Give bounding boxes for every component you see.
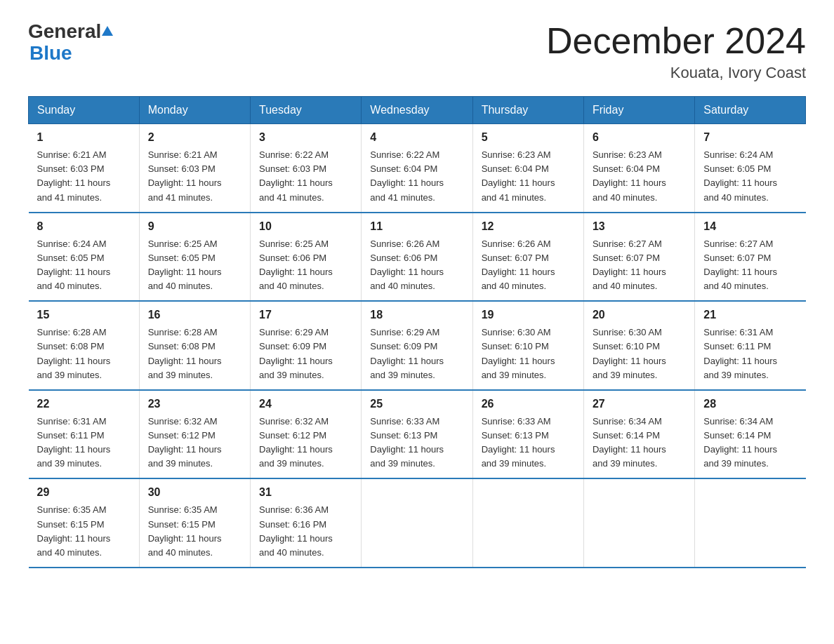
calendar-cell: 28 Sunrise: 6:34 AM Sunset: 6:14 PM Dayl…: [695, 390, 806, 479]
day-number: 26: [482, 398, 575, 410]
calendar-cell: 18 Sunrise: 6:29 AM Sunset: 6:09 PM Dayl…: [362, 301, 472, 390]
day-info: Sunrise: 6:30 AM Sunset: 6:10 PM Dayligh…: [593, 326, 686, 382]
day-number: 17: [259, 309, 352, 321]
day-number: 23: [148, 398, 241, 410]
day-info: Sunrise: 6:27 AM Sunset: 6:07 PM Dayligh…: [593, 237, 686, 294]
calendar-cell: 22 Sunrise: 6:31 AM Sunset: 6:11 PM Dayl…: [29, 390, 140, 479]
calendar-cell: 1 Sunrise: 6:21 AM Sunset: 6:03 PM Dayli…: [29, 124, 140, 213]
day-info: Sunrise: 6:24 AM Sunset: 6:05 PM Dayligh…: [37, 237, 131, 294]
day-number: 22: [37, 398, 131, 410]
day-info: Sunrise: 6:32 AM Sunset: 6:12 PM Dayligh…: [148, 415, 241, 471]
day-info: Sunrise: 6:32 AM Sunset: 6:12 PM Dayligh…: [259, 415, 352, 471]
day-number: 13: [593, 220, 686, 233]
calendar-cell: [472, 478, 583, 568]
day-info: Sunrise: 6:34 AM Sunset: 6:14 PM Dayligh…: [703, 415, 797, 471]
day-number: 24: [259, 398, 352, 410]
title-area: December 2024 Kouata, Ivory Coast: [546, 21, 806, 82]
day-info: Sunrise: 6:29 AM Sunset: 6:09 PM Dayligh…: [370, 326, 463, 382]
calendar-cell: 7 Sunrise: 6:24 AM Sunset: 6:05 PM Dayli…: [695, 124, 806, 213]
day-number: 21: [703, 309, 797, 321]
calendar-cell: 2 Sunrise: 6:21 AM Sunset: 6:03 PM Dayli…: [139, 124, 250, 213]
day-number: 14: [703, 220, 797, 233]
day-number: 15: [37, 309, 131, 321]
day-info: Sunrise: 6:35 AM Sunset: 6:15 PM Dayligh…: [148, 503, 241, 560]
logo-triangle-icon: [102, 26, 113, 36]
col-friday: Friday: [583, 97, 694, 124]
col-sunday: Sunday: [29, 97, 140, 124]
calendar-cell: 20 Sunrise: 6:30 AM Sunset: 6:10 PM Dayl…: [583, 301, 694, 390]
calendar-week-row: 1 Sunrise: 6:21 AM Sunset: 6:03 PM Dayli…: [29, 124, 806, 213]
day-info: Sunrise: 6:26 AM Sunset: 6:07 PM Dayligh…: [482, 237, 575, 294]
calendar-table: Sunday Monday Tuesday Wednesday Thursday…: [28, 96, 806, 568]
calendar-cell: [695, 478, 806, 568]
col-monday: Monday: [139, 97, 250, 124]
calendar-cell: 5 Sunrise: 6:23 AM Sunset: 6:04 PM Dayli…: [472, 124, 583, 213]
day-number: 5: [482, 131, 575, 144]
calendar-cell: 19 Sunrise: 6:30 AM Sunset: 6:10 PM Dayl…: [472, 301, 583, 390]
calendar-cell: 17 Sunrise: 6:29 AM Sunset: 6:09 PM Dayl…: [251, 301, 362, 390]
day-number: 10: [259, 220, 352, 233]
day-number: 2: [148, 131, 241, 144]
day-number: 4: [370, 131, 463, 144]
calendar-cell: 16 Sunrise: 6:28 AM Sunset: 6:08 PM Dayl…: [139, 301, 250, 390]
day-info: Sunrise: 6:31 AM Sunset: 6:11 PM Dayligh…: [37, 415, 131, 471]
calendar-cell: 3 Sunrise: 6:22 AM Sunset: 6:03 PM Dayli…: [251, 124, 362, 213]
day-info: Sunrise: 6:23 AM Sunset: 6:04 PM Dayligh…: [482, 148, 575, 205]
day-number: 25: [370, 398, 463, 410]
day-info: Sunrise: 6:21 AM Sunset: 6:03 PM Dayligh…: [148, 148, 241, 205]
day-info: Sunrise: 6:36 AM Sunset: 6:16 PM Dayligh…: [259, 503, 352, 560]
calendar-cell: 31 Sunrise: 6:36 AM Sunset: 6:16 PM Dayl…: [251, 478, 362, 568]
day-number: 19: [482, 309, 575, 321]
calendar-cell: 23 Sunrise: 6:32 AM Sunset: 6:12 PM Dayl…: [139, 390, 250, 479]
day-info: Sunrise: 6:30 AM Sunset: 6:10 PM Dayligh…: [482, 326, 575, 382]
page-header: General Blue December 2024 Kouata, Ivory…: [28, 21, 806, 82]
page-subtitle: Kouata, Ivory Coast: [546, 64, 806, 82]
day-info: Sunrise: 6:23 AM Sunset: 6:04 PM Dayligh…: [593, 148, 686, 205]
calendar-cell: 12 Sunrise: 6:26 AM Sunset: 6:07 PM Dayl…: [472, 213, 583, 302]
calendar-week-row: 29 Sunrise: 6:35 AM Sunset: 6:15 PM Dayl…: [29, 478, 806, 568]
calendar-cell: 15 Sunrise: 6:28 AM Sunset: 6:08 PM Dayl…: [29, 301, 140, 390]
day-number: 12: [482, 220, 575, 233]
calendar-cell: [362, 478, 472, 568]
day-info: Sunrise: 6:21 AM Sunset: 6:03 PM Dayligh…: [37, 148, 131, 205]
calendar-cell: 13 Sunrise: 6:27 AM Sunset: 6:07 PM Dayl…: [583, 213, 694, 302]
day-info: Sunrise: 6:27 AM Sunset: 6:07 PM Dayligh…: [703, 237, 797, 294]
calendar-cell: 10 Sunrise: 6:25 AM Sunset: 6:06 PM Dayl…: [251, 213, 362, 302]
day-info: Sunrise: 6:22 AM Sunset: 6:03 PM Dayligh…: [259, 148, 352, 205]
col-wednesday: Wednesday: [362, 97, 472, 124]
calendar-header-row: Sunday Monday Tuesday Wednesday Thursday…: [29, 97, 806, 124]
day-number: 27: [593, 398, 686, 410]
day-number: 20: [593, 309, 686, 321]
day-info: Sunrise: 6:24 AM Sunset: 6:05 PM Dayligh…: [703, 148, 797, 205]
col-tuesday: Tuesday: [251, 97, 362, 124]
day-info: Sunrise: 6:28 AM Sunset: 6:08 PM Dayligh…: [148, 326, 241, 382]
calendar-cell: 30 Sunrise: 6:35 AM Sunset: 6:15 PM Dayl…: [139, 478, 250, 568]
calendar-week-row: 22 Sunrise: 6:31 AM Sunset: 6:11 PM Dayl…: [29, 390, 806, 479]
day-number: 29: [37, 486, 131, 499]
calendar-cell: 4 Sunrise: 6:22 AM Sunset: 6:04 PM Dayli…: [362, 124, 472, 213]
day-number: 31: [259, 486, 352, 499]
col-thursday: Thursday: [472, 97, 583, 124]
day-info: Sunrise: 6:26 AM Sunset: 6:06 PM Dayligh…: [370, 237, 463, 294]
calendar-cell: 27 Sunrise: 6:34 AM Sunset: 6:14 PM Dayl…: [583, 390, 694, 479]
calendar-cell: 26 Sunrise: 6:33 AM Sunset: 6:13 PM Dayl…: [472, 390, 583, 479]
day-number: 28: [703, 398, 797, 410]
calendar-cell: 9 Sunrise: 6:25 AM Sunset: 6:05 PM Dayli…: [139, 213, 250, 302]
calendar-week-row: 8 Sunrise: 6:24 AM Sunset: 6:05 PM Dayli…: [29, 213, 806, 302]
day-info: Sunrise: 6:35 AM Sunset: 6:15 PM Dayligh…: [37, 503, 131, 560]
page-title: December 2024: [546, 21, 806, 61]
calendar-cell: 6 Sunrise: 6:23 AM Sunset: 6:04 PM Dayli…: [583, 124, 694, 213]
day-info: Sunrise: 6:28 AM Sunset: 6:08 PM Dayligh…: [37, 326, 131, 382]
logo: General Blue: [28, 21, 113, 65]
calendar-cell: 21 Sunrise: 6:31 AM Sunset: 6:11 PM Dayl…: [695, 301, 806, 390]
day-info: Sunrise: 6:33 AM Sunset: 6:13 PM Dayligh…: [370, 415, 463, 471]
day-number: 9: [148, 220, 241, 233]
day-info: Sunrise: 6:33 AM Sunset: 6:13 PM Dayligh…: [482, 415, 575, 471]
day-info: Sunrise: 6:25 AM Sunset: 6:05 PM Dayligh…: [148, 237, 241, 294]
day-info: Sunrise: 6:31 AM Sunset: 6:11 PM Dayligh…: [703, 326, 797, 382]
day-number: 18: [370, 309, 463, 321]
day-number: 3: [259, 131, 352, 144]
day-info: Sunrise: 6:22 AM Sunset: 6:04 PM Dayligh…: [370, 148, 463, 205]
day-info: Sunrise: 6:25 AM Sunset: 6:06 PM Dayligh…: [259, 237, 352, 294]
day-number: 8: [37, 220, 131, 233]
